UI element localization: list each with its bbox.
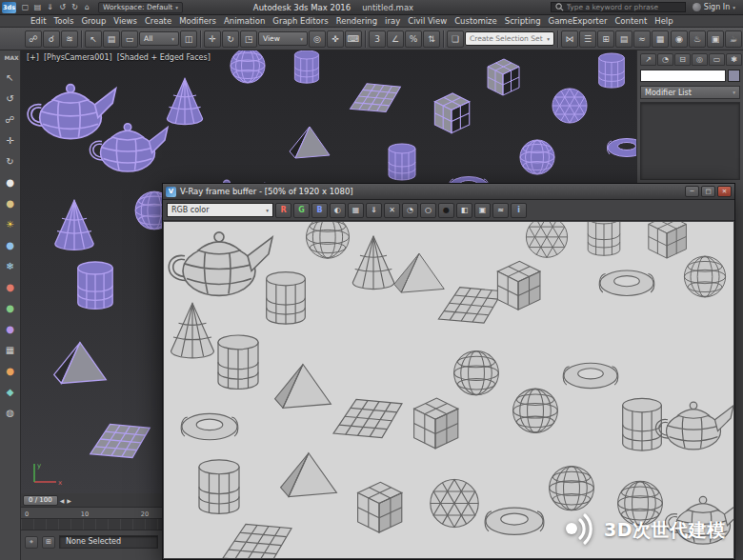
rectangular-selection-region[interactable]: ▭ [121, 30, 138, 48]
move-tool[interactable]: ✛ [6, 136, 13, 146]
render-production[interactable]: ☕ [725, 30, 742, 48]
workspace-dropdown[interactable]: Workspace: Default ▾ [98, 2, 183, 13]
edit-named-selection-sets[interactable]: ❏ [447, 30, 464, 48]
tab-create[interactable]: ↗ [640, 53, 656, 66]
show-alpha-channel[interactable]: ▦ [348, 203, 364, 218]
menu-item[interactable]: Views [110, 15, 141, 28]
gem-tool[interactable]: ◆ [7, 388, 14, 397]
show-blue-channel[interactable]: B [311, 203, 328, 218]
keyboard-shortcut-override[interactable]: ⌨ [345, 30, 362, 48]
sphere-tool[interactable]: ◍ [6, 409, 14, 418]
menu-item[interactable]: Customize [451, 15, 501, 28]
compare-images[interactable]: ◧ [456, 203, 472, 218]
modifier-stack[interactable] [640, 102, 740, 180]
rotate-tool[interactable]: ↻ [6, 157, 13, 167]
select-object[interactable]: ↖ [85, 30, 102, 48]
tab-modify[interactable]: ◔ [657, 53, 673, 66]
monochromatic-mode[interactable]: ◐ [330, 203, 346, 218]
maximize-button[interactable]: □ [701, 186, 715, 197]
light-tool[interactable]: ☀ [6, 220, 14, 230]
rendered-frame-window[interactable]: ▣ [707, 30, 724, 48]
scene-object-cone[interactable] [167, 79, 202, 125]
clear-image[interactable]: ✕ [384, 203, 400, 218]
scene-object-plane[interactable] [90, 424, 150, 457]
tab-hierarchy[interactable]: ⊟ [674, 53, 691, 66]
select-by-name[interactable]: ▤ [103, 30, 120, 48]
scene-object-cylinder[interactable] [78, 262, 112, 309]
black-level[interactable]: ● [438, 203, 454, 218]
material-ball-purple[interactable]: ● [6, 325, 14, 334]
modifier-list-dropdown[interactable]: Modifier List ▾ [640, 86, 740, 99]
menu-item[interactable]: Rendering [332, 15, 381, 28]
selection-lock-toggle[interactable]: ⌖ [25, 536, 38, 549]
render-setup[interactable]: ♨ [689, 30, 706, 48]
viewport-pov-menu[interactable]: [PhysCamera001] [44, 53, 112, 62]
toggle-layer-explorer[interactable]: ▤ [615, 30, 633, 48]
menu-item[interactable]: GameExporter [545, 15, 612, 28]
scene-object-geosphere[interactable] [552, 89, 587, 123]
material-ball-blue[interactable]: ● [6, 241, 14, 250]
menu-item[interactable]: Animation [220, 15, 269, 28]
quick-access-icon[interactable]: ↻ [69, 3, 81, 11]
align[interactable]: ☰ [579, 30, 596, 48]
scene-object-teapot[interactable] [28, 85, 115, 139]
scene-object-cone[interactable] [55, 200, 93, 250]
menu-item[interactable]: Create [141, 15, 175, 28]
material-ball-red[interactable]: ● [6, 283, 14, 292]
scene-object-cylinder[interactable] [294, 50, 318, 83]
tab-motion[interactable]: ◎ [692, 53, 708, 66]
vfb-channel-dropdown[interactable]: RGB color ▾ [167, 203, 273, 217]
menu-item[interactable]: Civil View [404, 15, 451, 28]
window-crossing-toggle[interactable]: ◫ [180, 30, 197, 48]
bind-to-space-warp[interactable]: ≋ [61, 30, 78, 48]
link-tool[interactable]: ☍ [5, 115, 14, 125]
material-editor[interactable]: ◉ [671, 30, 688, 48]
search-input[interactable] [567, 3, 681, 11]
select-and-manipulate[interactable]: ✜ [327, 30, 344, 48]
named-selection-sets-combo[interactable]: Create Selection Set ▾ [465, 31, 554, 46]
material-ball-orange[interactable]: ● [6, 367, 14, 376]
scene-object-box[interactable] [434, 93, 469, 133]
angle-snap-toggle[interactable]: ∠ [387, 30, 404, 48]
schematic-view[interactable]: ▦ [652, 30, 669, 48]
curve-editor[interactable]: ≈ [633, 30, 651, 48]
select-and-rotate[interactable]: ↻ [222, 30, 239, 48]
tab-utilities[interactable]: ✱ [726, 53, 742, 66]
vfb-titlebar[interactable]: V V-Ray frame buffer - [50% of 1920 x 10… [163, 184, 734, 200]
color-corrections[interactable]: ≈ [492, 203, 509, 218]
quick-access-icon[interactable]: ↺ [56, 3, 69, 11]
render-history[interactable]: ◔ [402, 203, 418, 218]
show-green-channel[interactable]: G [293, 203, 310, 218]
save-image[interactable]: ⇓ [366, 203, 382, 218]
scene-object-cylinder[interactable] [389, 144, 415, 180]
previous-frame-icon[interactable]: ◀ [59, 497, 66, 504]
select-and-link[interactable]: ☍ [25, 30, 42, 48]
snaps-toggle-3d[interactable]: 3 [369, 30, 386, 48]
scene-object-box[interactable] [488, 59, 519, 95]
grid-tool[interactable]: ▦ [6, 346, 14, 355]
viewport-shading-menu[interactable]: [Shaded + Edged Faces] [117, 53, 211, 62]
quick-access-icon[interactable]: ▢ [19, 3, 31, 11]
material-ball-tan[interactable]: ● [6, 199, 14, 209]
time-slider-handle[interactable]: 0 / 100 [23, 495, 58, 506]
viewport-general-menu[interactable]: [+] [27, 53, 39, 62]
unlink-selection[interactable]: ☌ [43, 30, 60, 48]
select-and-uniform-scale[interactable]: ◳ [240, 30, 257, 48]
menu-item[interactable]: Content [611, 15, 651, 28]
menu-item[interactable]: Modifiers [175, 15, 220, 28]
minimize-button[interactable]: ─ [685, 186, 699, 197]
region-render[interactable]: ▣ [474, 203, 491, 218]
scene-object-cylinder[interactable] [599, 53, 625, 88]
show-red-channel[interactable]: R [275, 203, 291, 218]
menu-item[interactable]: Edit [27, 15, 50, 28]
object-name-field[interactable] [640, 70, 726, 82]
white-level[interactable]: ○ [420, 203, 436, 218]
percent-snap-toggle[interactable]: % [405, 30, 422, 48]
toggle-scene-explorer[interactable]: ⊞ [597, 30, 614, 48]
menu-item[interactable]: Graph Editors [269, 15, 331, 28]
undo-tool[interactable]: ↺ [6, 94, 13, 104]
select-tool[interactable]: ↖ [6, 73, 13, 83]
scene-object-teapot[interactable] [90, 124, 168, 171]
scene-object-sphere[interactable] [231, 50, 265, 83]
select-and-move[interactable]: ✛ [204, 30, 221, 48]
